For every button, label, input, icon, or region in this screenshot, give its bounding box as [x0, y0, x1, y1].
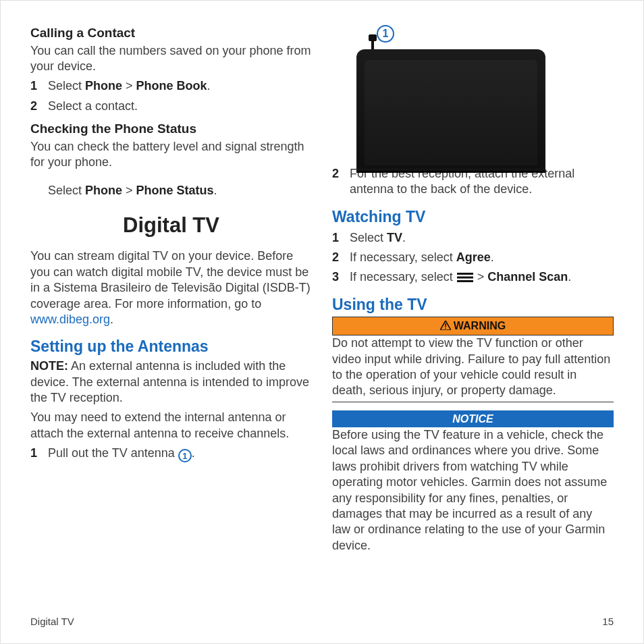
svg-rect-4	[445, 323, 446, 327]
step-item: 1 Pull out the TV antenna 1.	[30, 446, 312, 462]
text-run: Select	[48, 79, 85, 92]
step-number: 1	[30, 446, 48, 461]
text-run: .	[207, 79, 211, 92]
two-column-layout: Calling a Contact You can call the numbe…	[30, 25, 614, 591]
text-run: Select	[48, 184, 85, 197]
notice-label: NOTICE	[452, 413, 493, 425]
text-run: .	[192, 446, 195, 460]
text-run: .	[491, 250, 494, 264]
text-run: An external antenna is included with the…	[30, 359, 309, 404]
right-column: 1 2 For the best reception, attach the e…	[332, 25, 614, 591]
step-number: 1	[30, 78, 48, 94]
device-screen-shape	[365, 60, 537, 165]
bold-run: Channel Scan	[487, 270, 568, 284]
note-antennas: NOTE: An external antenna is included wi…	[30, 358, 312, 406]
bold-run: TV	[387, 231, 402, 244]
step-item: 2 Select a contact.	[30, 99, 312, 114]
steps-calling-contact: 1 Select Phone > Phone Book. 2 Select a …	[30, 78, 312, 114]
step-text: Select a contact.	[48, 99, 312, 114]
page-footer: Digital TV 15	[30, 616, 614, 627]
step-text: Select Phone > Phone Book.	[48, 78, 312, 94]
callout-1-icon: 1	[377, 25, 394, 43]
heading-setting-antennas: Setting up the Antennas	[30, 337, 312, 357]
step-number: 2	[332, 166, 350, 182]
footer-section-title: Digital TV	[30, 616, 74, 627]
step-number: 2	[332, 250, 350, 265]
link-dibeg[interactable]: www.dibeg.org	[30, 313, 110, 326]
notice-bar: NOTICE	[332, 410, 614, 427]
warning-bar: WARNING	[332, 317, 614, 336]
warning-body: Do not attempt to view the TV function o…	[332, 336, 614, 402]
bold-run: Phone Status	[136, 184, 214, 197]
text-run: .	[568, 270, 571, 284]
text-run: .	[402, 231, 406, 244]
warning-label: WARNING	[454, 320, 506, 331]
hamburger-menu-icon	[457, 273, 473, 282]
text-run: Pull out the TV antenna	[48, 446, 178, 460]
step-item: 1 Select Phone > Phone Book.	[30, 78, 312, 94]
heading-digital-tv: Digital TV	[30, 212, 312, 239]
step-item: 2 If necessary, select Agree.	[332, 250, 614, 265]
warning-triangle-icon	[440, 319, 451, 334]
step-number: 2	[30, 99, 48, 114]
step-text: For the best reception, attach the exter…	[350, 166, 614, 198]
text-run: >	[122, 184, 136, 197]
step-number: 3	[332, 269, 350, 285]
heading-phone-status: Checking the Phone Status	[30, 121, 312, 138]
text-run: Select	[350, 231, 387, 244]
step-item: 1 Select TV.	[332, 230, 614, 246]
step-number: 1	[332, 230, 350, 246]
indented-instruction: Select Phone > Phone Status.	[30, 183, 312, 198]
step-item: 3 If necessary, select > Channel Scan.	[332, 269, 614, 285]
text-run: You can stream digital TV on your device…	[30, 249, 311, 310]
para-calling-contact: You can call the numbers saved on your p…	[30, 43, 312, 75]
manual-page: Calling a Contact You can call the numbe…	[0, 0, 644, 644]
text-run: .	[110, 313, 113, 326]
step-text: If necessary, select > Channel Scan.	[350, 269, 614, 285]
bold-run: Phone	[85, 184, 122, 197]
steps-antennas-cont: 2 For the best reception, attach the ext…	[332, 166, 614, 198]
heading-calling-contact: Calling a Contact	[30, 25, 312, 42]
text-run: If necessary, select	[350, 270, 456, 284]
svg-rect-1	[457, 277, 473, 279]
notice-body: Before using the TV feature in a vehicle…	[332, 427, 614, 554]
svg-rect-5	[445, 327, 446, 329]
para-digital-tv: You can stream digital TV on your device…	[30, 248, 312, 327]
text-run: >	[474, 270, 488, 284]
para-phone-status: You can check the battery level and sign…	[30, 139, 312, 171]
left-column: Calling a Contact You can call the numbe…	[30, 25, 312, 591]
footer-page-number: 15	[602, 616, 614, 627]
device-figure: 1	[344, 25, 547, 163]
callout-1-icon: 1	[178, 449, 192, 462]
note-label: NOTE:	[30, 359, 68, 373]
step-item: 2 For the best reception, attach the ext…	[332, 166, 614, 198]
step-text: If necessary, select Agree.	[350, 250, 614, 265]
text-run: >	[122, 79, 136, 92]
svg-rect-2	[457, 280, 473, 282]
text-run: If necessary, select	[350, 250, 456, 264]
bold-run: Phone	[85, 79, 122, 92]
steps-antennas: 1 Pull out the TV antenna 1.	[30, 446, 312, 462]
bold-run: Agree	[456, 250, 491, 264]
text-run: .	[214, 184, 217, 197]
step-text: Select TV.	[350, 230, 614, 246]
svg-rect-0	[457, 273, 473, 275]
para-antennas-extend: You may need to extend the internal ante…	[30, 410, 312, 441]
heading-watching-tv: Watching TV	[332, 207, 614, 227]
steps-watching-tv: 1 Select TV. 2 If necessary, select Agre…	[332, 230, 614, 286]
heading-using-tv: Using the TV	[332, 295, 614, 315]
step-text: Pull out the TV antenna 1.	[48, 446, 312, 462]
bold-run: Phone Book	[136, 79, 207, 92]
